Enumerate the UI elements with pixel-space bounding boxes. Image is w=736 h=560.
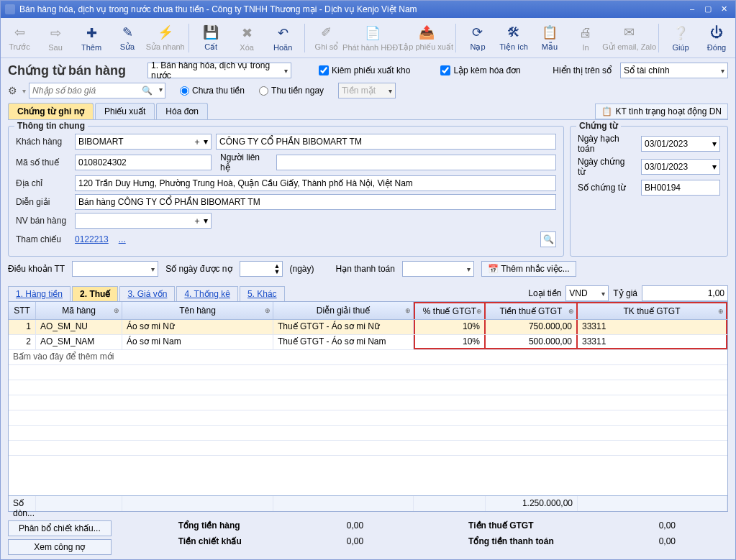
toolbar-thêm[interactable]: ✚Thêm: [76, 19, 107, 57]
xem-cong-no-button[interactable]: Xem công nợ: [8, 539, 112, 555]
lap-kem-hoa-don-checkbox[interactable]: Lập kèm hóa đơn: [440, 65, 520, 75]
tham-chieu-link[interactable]: 0122213: [75, 234, 109, 244]
toolbar-đóng[interactable]: ⏻Đóng: [701, 19, 732, 57]
tham-chieu-mag-icon[interactable]: 🔍: [540, 231, 556, 247]
minimize-button[interactable]: –: [685, 4, 699, 15]
toolbar-sửa-nhanh: ⚡Sửa nhanh: [147, 19, 183, 57]
tham-chieu-more[interactable]: ...: [119, 234, 126, 244]
ty-gia-input[interactable]: 1,00: [642, 285, 728, 301]
tab-chung-tu-ghi-no[interactable]: Chứng từ ghi nợ: [8, 103, 94, 119]
col-ten-hang[interactable]: Tên hàng⊕: [122, 302, 273, 319]
grid-row[interactable]: 2 AO_SM_NAM Áo sơ mi Nam Thuế GTGT - Áo …: [9, 335, 727, 350]
app-icon: [5, 4, 15, 14]
col-tien-thue[interactable]: Tiền thuế GTGT⊕: [486, 302, 578, 319]
toolbar-mẫu[interactable]: 📋Mẫu: [534, 19, 565, 57]
toolbar-trước: ⇦Trước: [4, 19, 35, 57]
col-ma-hang[interactable]: Mã hàng⊕: [36, 302, 122, 319]
chung-tu-group: Chứng từ Ngày hạch toán 03/01/2023▾ Ngày…: [570, 126, 728, 257]
tien-mat-select: Tiền mặt: [338, 83, 396, 98]
grid-row[interactable]: 1 AO_SM_NU Áo sơ mi Nữ Thuế GTGT - Áo sơ…: [9, 320, 727, 335]
search-icon[interactable]: 🔍: [142, 86, 153, 96]
han-thanh-toan-input[interactable]: [402, 261, 474, 277]
subtab-khac[interactable]: 5. Khác: [240, 286, 285, 301]
toolbar-giúp[interactable]: ❔Giúp: [665, 19, 696, 57]
maximize-button[interactable]: ▢: [701, 4, 715, 15]
tab-hoa-don[interactable]: Hóa đơn: [156, 103, 208, 119]
col-dien-giai-thue[interactable]: Diễn giải thuế⊕: [273, 302, 414, 319]
toolbar-nạp[interactable]: ⟳Nạp: [462, 19, 494, 57]
search-dropdown-icon[interactable]: ▾: [159, 86, 163, 93]
loai-tien-select[interactable]: VND: [565, 285, 609, 301]
dia-chi-input[interactable]: 120 Trần Duy Hưng, Phường Trung Hoà, Quậ…: [75, 175, 556, 191]
main-toolbar: ⇦Trước⇨Sau✚Thêm✎Sửa⚡Sửa nhanh💾Cất✖Xóa↶Ho…: [1, 18, 735, 58]
phan-bo-chiet-khau-button[interactable]: Phân bổ chiết khấu...: [8, 520, 112, 536]
ngay-chung-tu-input[interactable]: 03/01/2023▾: [641, 159, 720, 175]
toolbar-sau: ⇨Sau: [40, 19, 71, 57]
them-nhac-viec-button[interactable]: 📅 Thêm nhắc việc...: [481, 261, 576, 277]
toolbar-in: 🖨In: [570, 19, 601, 57]
tab-phieu-xuat[interactable]: Phiếu xuất: [95, 103, 155, 119]
col-pct-thue[interactable]: % thuế GTGT⊕: [414, 302, 486, 319]
dieu-khoan-select[interactable]: [72, 261, 158, 277]
close-button[interactable]: ✕: [717, 4, 731, 15]
hienthi-label: Hiển thị trên sổ: [553, 65, 612, 75]
grid-add-row-hint[interactable]: Bấm vào đây để thêm mới: [9, 350, 727, 365]
titlebar: Bán hàng hóa, dịch vụ trong nước chưa th…: [1, 1, 735, 18]
toolbar-xóa: ✖Xóa: [231, 19, 263, 57]
subtab-hang-tien[interactable]: 1. Hàng tiền: [8, 286, 71, 301]
subtab-gia-von[interactable]: 3. Giá vốn: [119, 286, 175, 301]
subtab-thue[interactable]: 2. Thuế: [72, 286, 118, 301]
toolbar-cất[interactable]: 💾Cất: [195, 19, 227, 57]
thu-tien-ngay-radio[interactable]: Thu tiền ngay: [259, 86, 324, 96]
thong-tin-chung-group: Thông tin chung Khách hàng BIBOMART ＋ ▾ …: [8, 126, 564, 257]
window-title: Bán hàng hóa, dịch vụ trong nước chưa th…: [19, 4, 417, 14]
page-title: Chứng từ bán hàng: [8, 63, 126, 78]
nguoi-lien-he-input[interactable]: [276, 155, 556, 170]
kt-tinh-trang-button[interactable]: 📋KT tình trạng hoạt động DN: [595, 104, 728, 119]
toolbar-hoãn[interactable]: ↶Hoãn: [267, 19, 299, 57]
mst-input[interactable]: 0108024302: [75, 155, 212, 170]
chua-thu-tien-radio[interactable]: Chưa thu tiền: [180, 86, 245, 96]
nv-ban-hang-input[interactable]: ＋ ▾: [75, 213, 212, 229]
kiem-phieu-xuat-checkbox[interactable]: Kiêm phiếu xuất kho: [319, 65, 410, 75]
gear-icon[interactable]: ⚙: [8, 85, 19, 96]
grid-total-tax: 1.250.000,00: [486, 496, 578, 511]
tax-grid: STT Mã hàng⊕ Tên hàng⊕ Diễn giải thuế⊕ %…: [8, 301, 728, 512]
so-chung-tu-input[interactable]: BH00194: [641, 180, 720, 196]
dien-giai-input[interactable]: Bán hàng CÔNG TY CỔ PHẦN BIBOMART TM: [75, 194, 556, 210]
subtab-thong-ke[interactable]: 4. Thống kê: [176, 286, 237, 301]
so-ngay-input[interactable]: ▲▼: [240, 261, 283, 277]
cong-ty-input[interactable]: CÔNG TY CỔ PHẦN BIBOMART TM: [216, 134, 556, 150]
toolbar-tiện-ích[interactable]: 🛠Tiện ích: [498, 19, 530, 57]
khach-hang-input[interactable]: BIBOMART ＋ ▾: [75, 134, 212, 150]
ngay-hach-toan-input[interactable]: 03/01/2023▾: [641, 136, 720, 152]
col-stt[interactable]: STT: [9, 302, 36, 319]
toolbar-ghi-sổ: ✐Ghi sổ: [311, 19, 342, 57]
hienthi-select[interactable]: Sổ tài chính: [620, 63, 728, 78]
toolbar-sửa[interactable]: ✎Sửa: [112, 19, 143, 57]
col-tk-thue[interactable]: TK thuế GTGT⊕: [578, 302, 727, 319]
toolbar-gửi-email--zalo: ✉Gửi email, Zalo: [606, 19, 653, 57]
sale-type-select[interactable]: 1. Bán hàng hóa, dịch vụ trong nước: [147, 63, 291, 78]
toolbar-phát-hành-hđđt: 📄Phát hành HĐĐT: [347, 19, 399, 57]
toolbar-lập-phiếu-xuất: 📤Lập phiếu xuất: [403, 19, 450, 57]
